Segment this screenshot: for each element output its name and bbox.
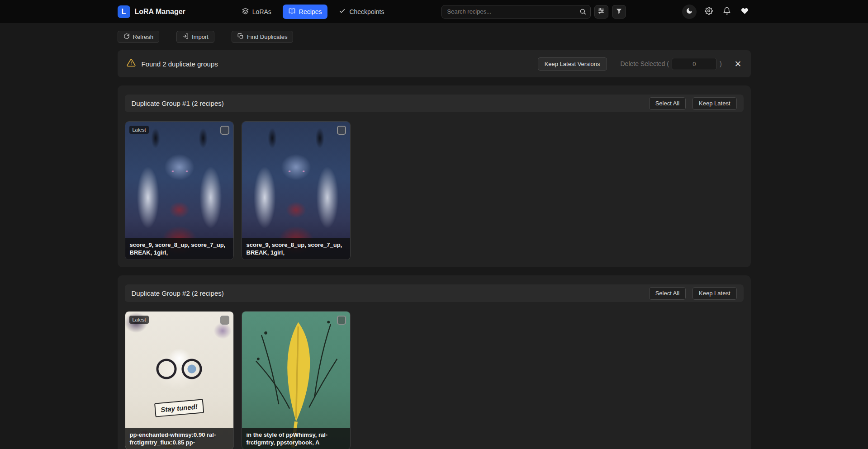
main-content: Refresh Import Find Duplicates Found 2 d… xyxy=(118,31,751,449)
recipe-card[interactable]: in the style of ppWhimsy, ral-frctlgmtry… xyxy=(242,311,351,449)
recipe-caption: score_9, score_8_up, score_7_up, BREAK, … xyxy=(125,238,233,260)
settings-button[interactable] xyxy=(703,6,715,18)
duplicate-group-2: Duplicate Group #2 (2 recipes) Select Al… xyxy=(118,275,751,449)
refresh-button[interactable]: Refresh xyxy=(118,31,160,43)
gear-icon xyxy=(705,7,713,16)
theme-toggle-button[interactable] xyxy=(682,5,697,19)
group-actions: Select All Keep Latest xyxy=(649,287,737,300)
tab-loras[interactable]: LoRAs xyxy=(236,5,277,19)
logo-letter: L xyxy=(122,8,126,16)
recipe-caption: pp-enchanted-whimsy:0.90 ral-frctlgmtry_… xyxy=(125,428,233,449)
search-input[interactable] xyxy=(441,5,591,19)
keep-latest-button[interactable]: Keep Latest xyxy=(693,97,736,110)
warning-triangle-icon xyxy=(127,58,136,69)
refresh-label: Refresh xyxy=(133,33,154,40)
import-button[interactable]: Import xyxy=(176,31,214,43)
latest-badge: Latest xyxy=(129,316,149,324)
select-checkbox[interactable] xyxy=(337,126,346,135)
notifications-button[interactable] xyxy=(721,6,733,18)
search-icon[interactable] xyxy=(576,5,590,18)
book-icon xyxy=(289,8,295,16)
group-cards: Stay tuned! Latest pp-enchanted-whimsy:0… xyxy=(125,311,744,449)
latest-badge: Latest xyxy=(129,126,149,134)
moon-icon xyxy=(686,7,693,16)
app-title: LoRA Manager xyxy=(135,8,185,16)
funnel-icon xyxy=(616,8,622,16)
select-all-button[interactable]: Select All xyxy=(649,97,686,110)
sliders-icon xyxy=(598,7,605,16)
cat-glasses-shape xyxy=(151,357,207,381)
banner-message: Found 2 duplicate groups xyxy=(142,60,218,68)
stay-tuned-sign: Stay tuned! xyxy=(154,399,204,417)
select-checkbox[interactable] xyxy=(337,316,346,325)
check-icon xyxy=(339,8,346,16)
group-header: Duplicate Group #2 (2 recipes) Select Al… xyxy=(125,284,744,302)
delete-selected-prefix: Delete Selected ( xyxy=(621,60,669,67)
recipe-caption: score_9, score_8_up, score_7_up, BREAK, … xyxy=(242,238,350,260)
recipe-card[interactable]: Stay tuned! Latest pp-enchanted-whimsy:0… xyxy=(125,311,234,449)
import-icon xyxy=(182,33,189,41)
select-all-button[interactable]: Select All xyxy=(649,287,686,300)
navbar: L LoRA Manager LoRAs Recipes Checkpoint xyxy=(0,0,868,23)
tab-recipes[interactable]: Recipes xyxy=(283,5,328,19)
group-header: Duplicate Group #1 (2 recipes) Select Al… xyxy=(125,95,744,112)
group-cards: Latest score_9, score_8_up, score_7_up, … xyxy=(125,121,744,260)
copy-icon xyxy=(237,33,244,41)
main-nav: LoRAs Recipes Checkpoints xyxy=(236,5,390,19)
select-checkbox[interactable] xyxy=(220,316,229,325)
group-title: Duplicate Group #1 (2 recipes) xyxy=(132,99,224,107)
find-duplicates-button[interactable]: Find Duplicates xyxy=(232,31,294,43)
duplicates-banner: Found 2 duplicate groups Keep Latest Ver… xyxy=(118,50,751,77)
tab-label: LoRAs xyxy=(252,8,271,15)
filter-button[interactable] xyxy=(612,5,626,19)
close-icon: ✕ xyxy=(735,59,742,69)
app-logo-icon: L xyxy=(118,5,130,18)
search-bar xyxy=(441,5,591,19)
recipes-toolbar: Refresh Import Find Duplicates xyxy=(118,31,751,43)
select-checkbox[interactable] xyxy=(220,126,229,135)
group-title: Duplicate Group #2 (2 recipes) xyxy=(132,289,224,297)
sort-options-button[interactable] xyxy=(594,5,608,19)
duplicate-group-1: Duplicate Group #1 (2 recipes) Select Al… xyxy=(118,85,751,267)
tab-label: Checkpoints xyxy=(349,8,384,15)
close-banner-button[interactable]: ✕ xyxy=(735,60,742,68)
delete-selected-control: Delete Selected ( ) xyxy=(621,58,722,70)
support-button[interactable] xyxy=(739,6,751,18)
keep-latest-versions-button[interactable]: Keep Latest Versions xyxy=(538,57,607,71)
recipe-card[interactable]: Latest score_9, score_8_up, score_7_up, … xyxy=(125,121,234,260)
heart-icon xyxy=(741,7,749,16)
navbar-utilities xyxy=(682,5,751,19)
layers-icon xyxy=(242,8,249,16)
banner-actions: Keep Latest Versions Delete Selected ( )… xyxy=(538,57,742,71)
tab-label: Recipes xyxy=(299,8,322,15)
delete-selected-suffix: ) xyxy=(720,60,722,67)
tab-checkpoints[interactable]: Checkpoints xyxy=(333,5,390,19)
bell-icon xyxy=(723,7,731,16)
selected-count-input[interactable] xyxy=(672,58,717,70)
find-duplicates-label: Find Duplicates xyxy=(247,33,288,40)
group-actions: Select All Keep Latest xyxy=(649,97,737,110)
refresh-icon xyxy=(123,33,130,41)
recipe-caption: in the style of ppWhimsy, ral-frctlgmtry… xyxy=(242,428,350,449)
import-label: Import xyxy=(192,33,209,40)
keep-latest-button[interactable]: Keep Latest xyxy=(693,287,736,300)
recipe-card[interactable]: score_9, score_8_up, score_7_up, BREAK, … xyxy=(242,121,351,260)
